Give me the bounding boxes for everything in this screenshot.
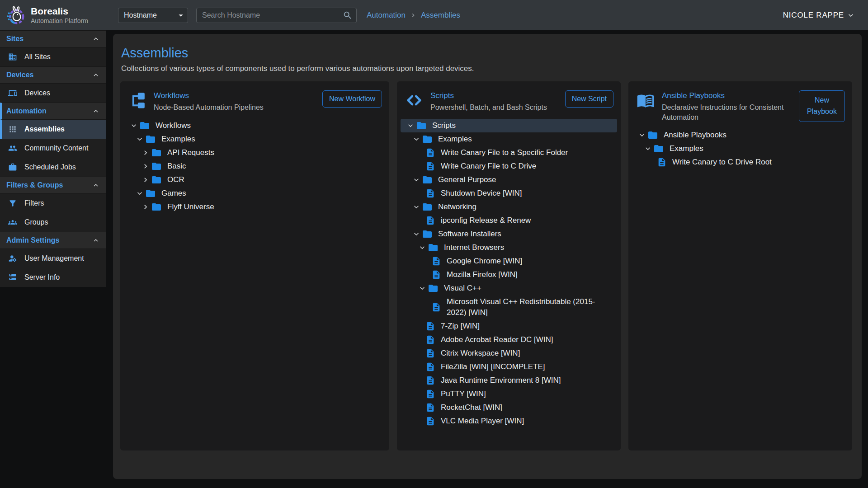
- new-workflow-button[interactable]: New Workflow: [322, 90, 382, 108]
- tree-file-item[interactable]: Adobe Acrobat Reader DC [WIN]: [401, 333, 617, 347]
- sidebar-item-label: Filters: [24, 199, 44, 207]
- breadcrumb-assemblies[interactable]: Assemblies: [421, 11, 460, 20]
- tree-folder-item[interactable]: Examples: [124, 132, 386, 146]
- workflow-icon: [127, 91, 147, 109]
- tree-folder-item[interactable]: Games: [124, 187, 386, 200]
- new-playbook-button[interactable]: New Playbook: [799, 90, 845, 122]
- tree-scripts: ScriptsExamplesWrite Canary File to a Sp…: [401, 119, 617, 428]
- tree-file-item[interactable]: Write Canary File to C Drive: [401, 160, 617, 173]
- file-icon: [425, 362, 435, 372]
- file-icon: [425, 321, 435, 331]
- tree-folder-item[interactable]: Software Installers: [401, 227, 617, 241]
- chevron-down-icon[interactable]: [412, 175, 422, 184]
- tree-file-item[interactable]: ipconfig Release & Renew: [401, 214, 617, 227]
- tree-file-item[interactable]: Mozilla Firefox [WIN]: [401, 268, 617, 282]
- tree-folder-item[interactable]: Ansible Playbooks: [632, 128, 849, 142]
- tree-file-item[interactable]: Write Canary File to a Specific Folder: [401, 146, 617, 160]
- grid-icon: [8, 125, 17, 134]
- tree-file-item[interactable]: Write Canary to C Drive Root: [632, 155, 849, 169]
- tree-file-item[interactable]: Google Chrome [WIN]: [401, 254, 617, 268]
- chevron-down-icon[interactable]: [129, 121, 139, 130]
- tree-folder-item[interactable]: Basic: [124, 160, 386, 173]
- sidebar-section-label: Admin Settings: [6, 236, 92, 244]
- page-title: Assemblies: [121, 46, 854, 61]
- sidebar-item-filters[interactable]: Filters: [0, 194, 106, 213]
- sidebar-section-automation[interactable]: Automation: [0, 103, 106, 120]
- tree-folder-item[interactable]: General Purpose: [401, 173, 617, 187]
- file-icon: [425, 188, 435, 198]
- sidebar-item-user-management[interactable]: User Management: [0, 249, 106, 268]
- chevron-right-icon[interactable]: [141, 202, 151, 211]
- file-icon: [425, 216, 435, 225]
- user-menu[interactable]: NICOLE RAPPE: [783, 11, 855, 20]
- tree-item-label: Write Canary File to a Specific Folder: [441, 147, 568, 158]
- devices-icon: [8, 89, 17, 98]
- chevron-down-icon[interactable]: [418, 243, 428, 252]
- chevron-down-icon[interactable]: [643, 144, 653, 153]
- sidebar-item-groups[interactable]: Groups: [0, 213, 106, 232]
- file-icon: [425, 161, 435, 171]
- sidebar-item-all-sites[interactable]: All Sites: [0, 47, 106, 66]
- tree-file-item[interactable]: FileZilla [WIN] [INCOMPLETE]: [401, 360, 617, 374]
- tree-file-item[interactable]: Shutdown Device [WIN]: [401, 187, 617, 200]
- hostname-select[interactable]: Hostname: [118, 8, 188, 23]
- new-script-button[interactable]: New Script: [565, 90, 613, 108]
- chevron-down-icon[interactable]: [637, 131, 647, 140]
- folder-icon: [151, 161, 162, 172]
- sidebar-item-scheduled-jobs[interactable]: Scheduled Jobs: [0, 158, 106, 177]
- file-icon: [425, 335, 435, 345]
- chevron-down-icon[interactable]: [135, 135, 145, 144]
- sidebar-item-server-info[interactable]: Server Info: [0, 268, 106, 287]
- tree-item-label: Microsoft Visual C++ Redistributable (20…: [447, 296, 613, 318]
- tree-folder-item[interactable]: Networking: [401, 200, 617, 214]
- sidebar-section-devices[interactable]: Devices: [0, 66, 106, 84]
- chevron-right-icon[interactable]: [141, 148, 151, 157]
- tree-folder-item[interactable]: Internet Browsers: [401, 241, 617, 254]
- chevron-right-icon[interactable]: [141, 175, 151, 184]
- chevron-down-icon[interactable]: [412, 135, 422, 144]
- app-logo[interactable]: Borealis Automation Platform: [0, 0, 106, 30]
- folder-icon: [422, 174, 433, 185]
- breadcrumb-automation[interactable]: Automation: [367, 11, 406, 20]
- tree-folder-item[interactable]: Examples: [401, 132, 617, 146]
- tree-file-item[interactable]: RocketChat [WIN]: [401, 401, 617, 414]
- tree-item-label: Ansible Playbooks: [664, 130, 726, 141]
- tree-file-item[interactable]: PuTTY [WIN]: [401, 387, 617, 401]
- tree-folder-item[interactable]: API Requests: [124, 146, 386, 160]
- sidebar-section-admin-settings[interactable]: Admin Settings: [0, 232, 106, 249]
- tree-folder-item[interactable]: Flyff Universe: [124, 200, 386, 214]
- chevron-down-icon[interactable]: [412, 202, 422, 211]
- chevron-up-icon: [92, 71, 100, 79]
- tree-item-label: Basic: [167, 161, 186, 172]
- chevron-down-icon[interactable]: [418, 284, 428, 293]
- tree-folder-item[interactable]: Examples: [632, 142, 849, 155]
- breadcrumb-separator-icon: [410, 12, 417, 19]
- sidebar-item-community-content[interactable]: Community Content: [0, 139, 106, 158]
- chevron-right-icon[interactable]: [141, 162, 151, 171]
- chevron-down-icon[interactable]: [412, 230, 422, 239]
- tree-file-item[interactable]: Citrix Workspace [WIN]: [401, 347, 617, 360]
- file-icon: [431, 256, 441, 266]
- tree-folder-item[interactable]: Workflows: [124, 119, 386, 132]
- tree-playbooks: Ansible PlaybooksExamplesWrite Canary to…: [632, 128, 849, 169]
- sidebar-item-devices[interactable]: Devices: [0, 84, 106, 103]
- sidebar-item-label: Devices: [24, 89, 50, 97]
- sidebar-item-assemblies[interactable]: Assemblies: [0, 120, 106, 139]
- tree-file-item[interactable]: 7-Zip [WIN]: [401, 319, 617, 333]
- sidebar-item-label: Community Content: [24, 144, 88, 152]
- sidebar-section-sites[interactable]: Sites: [0, 30, 106, 47]
- chevron-down-icon[interactable]: [135, 189, 145, 198]
- card-header: WorkflowsNode-Based Automation Pipelines…: [127, 89, 382, 118]
- tree-item-label: Scripts: [432, 120, 456, 131]
- search-input[interactable]: [202, 11, 343, 19]
- sidebar-section-filters-groups[interactable]: Filters & Groups: [0, 177, 106, 194]
- tree-file-item[interactable]: Java Runtime Environment 8 [WIN]: [401, 374, 617, 387]
- tree-folder-item[interactable]: Visual C++: [401, 282, 617, 295]
- tree-folder-item[interactable]: OCR: [124, 173, 386, 187]
- chevron-down-icon[interactable]: [406, 121, 416, 130]
- card-title: Workflows: [154, 91, 316, 100]
- tree-file-item[interactable]: Microsoft Visual C++ Redistributable (20…: [401, 295, 617, 319]
- tree-folder-item[interactable]: Scripts: [401, 119, 617, 132]
- tree-file-item[interactable]: VLC Media Player [WIN]: [401, 414, 617, 428]
- tree-item-label: 7-Zip [WIN]: [441, 321, 480, 332]
